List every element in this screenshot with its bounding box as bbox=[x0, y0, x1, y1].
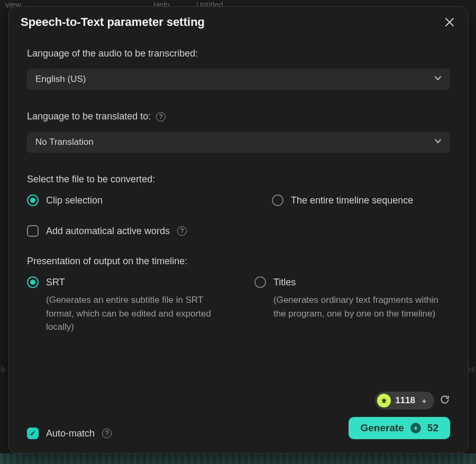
radio-icon-selected bbox=[27, 276, 39, 288]
help-icon[interactable]: ? bbox=[156, 112, 166, 122]
auto-match-label: Auto-match bbox=[46, 428, 95, 439]
close-icon bbox=[445, 17, 454, 27]
close-button[interactable] bbox=[443, 15, 456, 29]
timeline-strip bbox=[0, 453, 476, 464]
radio-icon-selected bbox=[27, 194, 39, 206]
translate-language-dropdown[interactable]: No Translation bbox=[27, 132, 450, 153]
credits-pill[interactable]: 1118 + bbox=[375, 392, 434, 410]
checkbox-icon-unchecked bbox=[27, 225, 39, 237]
help-icon[interactable]: ? bbox=[102, 429, 112, 438]
checkbox-active-words[interactable]: Add automatical active words ? bbox=[27, 225, 450, 237]
help-icon[interactable]: ? bbox=[177, 226, 187, 236]
radio-timeline-label: The entire timeline sequence bbox=[291, 195, 413, 206]
active-words-label: Add automatical active words bbox=[46, 226, 170, 237]
modal-title: Speech-to-Text parameter setting bbox=[21, 15, 205, 29]
radio-entire-timeline[interactable]: The entire timeline sequence bbox=[272, 194, 413, 206]
output-label: Presentation of output on the timeline: bbox=[27, 256, 450, 267]
plus-icon: + bbox=[419, 396, 429, 405]
titles-description: (Generates ordinary text fragments withi… bbox=[273, 293, 448, 320]
translate-language-label: Language to be translated to: ? bbox=[27, 111, 450, 122]
srt-label: SRT bbox=[46, 277, 65, 288]
refresh-button[interactable] bbox=[440, 394, 450, 407]
timeline-mark-left: 0: bbox=[1, 366, 6, 373]
generate-cost: 52 bbox=[427, 422, 438, 434]
generate-button[interactable]: Generate 52 bbox=[349, 417, 450, 439]
srt-description: (Generates an entire subtitle file in SR… bbox=[46, 293, 221, 334]
audio-language-label: Language of the audio to be transcribed: bbox=[27, 48, 450, 59]
credits-value: 1118 bbox=[395, 395, 415, 406]
stt-settings-modal: Speech-to-Text parameter setting Languag… bbox=[8, 6, 469, 453]
radio-output-titles[interactable]: Titles bbox=[254, 276, 450, 288]
radio-icon-unselected bbox=[254, 276, 266, 288]
generate-label: Generate bbox=[360, 422, 404, 434]
radio-icon-unselected bbox=[272, 194, 283, 206]
titles-label: Titles bbox=[273, 277, 296, 288]
checkbox-auto-match[interactable]: ✓ Auto-match ? bbox=[27, 428, 112, 439]
radio-output-srt[interactable]: SRT bbox=[27, 276, 223, 288]
file-select-label: Select the file to be converted: bbox=[27, 174, 450, 185]
audio-language-value: English (US) bbox=[35, 74, 86, 85]
audio-language-dropdown[interactable]: English (US) bbox=[27, 69, 450, 90]
coin-dark-icon bbox=[410, 423, 421, 433]
radio-clip-label: Clip selection bbox=[46, 195, 103, 206]
checkbox-icon-checked: ✓ bbox=[27, 428, 39, 439]
coin-icon bbox=[377, 394, 391, 407]
translate-language-value: No Translation bbox=[35, 137, 94, 147]
chevron-down-icon bbox=[434, 74, 442, 85]
radio-clip-selection[interactable]: Clip selection bbox=[27, 194, 103, 206]
chevron-down-icon bbox=[434, 137, 442, 147]
